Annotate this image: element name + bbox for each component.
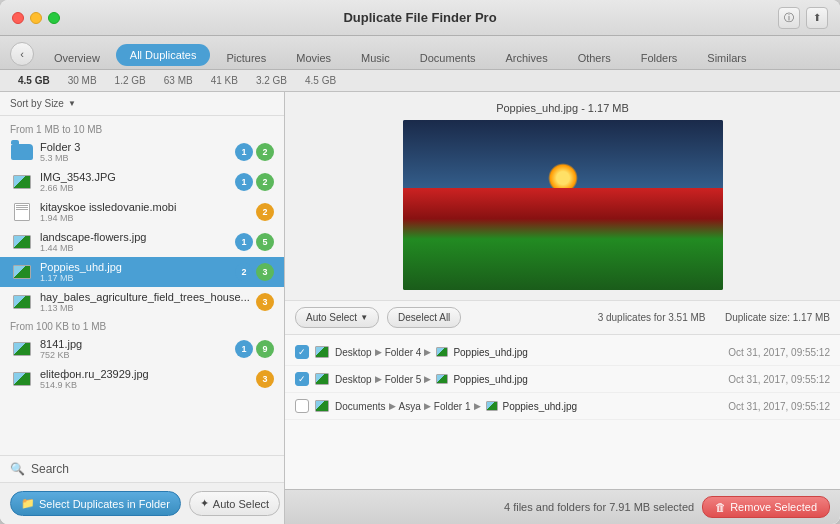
subtab-size-2[interactable]: 1.2 GB xyxy=(107,73,154,88)
file-date: Oct 31, 2017, 09:55:12 xyxy=(728,401,830,412)
list-item[interactable]: kitayskoe issledovanie.mobi 1.94 MB 2 xyxy=(0,197,284,227)
file-size: 1.94 MB xyxy=(40,213,250,223)
auto-select-dropdown-button[interactable]: Auto Select ▼ xyxy=(295,307,379,328)
file-info: 8141.jpg 752 KB xyxy=(40,338,229,360)
badge-1: 2 xyxy=(235,263,253,281)
left-panel: Sort by Size ▼ From 1 MB to 10 MB Folder… xyxy=(0,92,285,524)
section2-header: From 100 KB to 1 MB xyxy=(0,317,284,334)
search-icon: 🔍 xyxy=(10,462,25,476)
subtab-size-5[interactable]: 3.2 GB xyxy=(248,73,295,88)
preview-title: Poppies_uhd.jpg - 1.17 MB xyxy=(496,102,629,114)
main-window: Duplicate File Finder Pro ⓘ ⬆ ‹ Overview… xyxy=(0,0,840,524)
share-icon[interactable]: ⬆ xyxy=(806,7,828,29)
badge-2: 5 xyxy=(256,233,274,251)
file-size: 1.17 MB xyxy=(40,273,229,283)
list-item[interactable]: Folder 3 5.3 MB 1 2 xyxy=(0,137,284,167)
badge-2: 9 xyxy=(256,340,274,358)
tab-archives[interactable]: Archives xyxy=(491,47,561,69)
image-icon xyxy=(10,172,34,192)
tab-all-duplicates[interactable]: All Duplicates xyxy=(116,44,211,66)
window-title: Duplicate File Finder Pro xyxy=(343,10,496,25)
dup-badges: 1 2 xyxy=(235,173,274,191)
file-name: hay_bales_agriculture_field_trees_house.… xyxy=(40,291,250,303)
main-content: Sort by Size ▼ From 1 MB to 10 MB Folder… xyxy=(0,92,840,524)
tab-movies[interactable]: Movies xyxy=(282,47,345,69)
list-item[interactable]: Poppies_uhd.jpg 1.17 MB 2 3 xyxy=(0,257,284,287)
subtab-size-3[interactable]: 63 MB xyxy=(156,73,201,88)
dup-row[interactable]: Documents ▶ Asya ▶ Folder 1 ▶ Poppies_uh… xyxy=(285,393,840,420)
image-icon xyxy=(10,369,34,389)
file-info: IMG_3543.JPG 2.66 MB xyxy=(40,171,229,193)
file-name: Folder 3 xyxy=(40,141,229,153)
file-name: elitефон.ru_23929.jpg xyxy=(40,368,250,380)
inline-img-icon xyxy=(486,401,498,411)
subtab-size-4[interactable]: 41 KB xyxy=(203,73,246,88)
minimize-button[interactable] xyxy=(30,12,42,24)
dup-badges: 1 5 xyxy=(235,233,274,251)
status-text: 4 files and folders for 7.91 MB selected xyxy=(504,501,694,513)
folder-icon: 📁 xyxy=(21,497,35,510)
tab-music[interactable]: Music xyxy=(347,47,404,69)
inline-img-icon xyxy=(436,374,448,384)
subtab-row: 4.5 GB 30 MB 1.2 GB 63 MB 41 KB 3.2 GB 4… xyxy=(0,70,840,92)
dup-badges: 1 2 xyxy=(235,143,274,161)
info-icon[interactable]: ⓘ xyxy=(778,7,800,29)
doc-icon xyxy=(10,202,34,222)
auto-select-button[interactable]: ✦ Auto Select xyxy=(189,491,280,516)
list-item[interactable]: elitефон.ru_23929.jpg 514.9 KB 3 xyxy=(0,364,284,394)
dup-row[interactable]: ✓ Desktop ▶ Folder 5 ▶ Poppies_uhd.jpg O… xyxy=(285,366,840,393)
list-item[interactable]: 8141.jpg 752 KB 1 9 xyxy=(0,334,284,364)
tab-back-btn[interactable]: ‹ xyxy=(10,42,34,66)
preview-image xyxy=(403,120,723,290)
file-date: Oct 31, 2017, 09:55:12 xyxy=(728,347,830,358)
file-path: Desktop ▶ Folder 5 ▶ Poppies_uhd.jpg xyxy=(335,374,722,385)
tab-others[interactable]: Others xyxy=(564,47,625,69)
tab-documents[interactable]: Documents xyxy=(406,47,490,69)
left-bottom-bar: 📁 Select Duplicates in Folder ✦ Auto Sel… xyxy=(0,482,284,524)
subtab-size-1[interactable]: 30 MB xyxy=(60,73,105,88)
subtab-size-0[interactable]: 4.5 GB xyxy=(10,73,58,88)
tab-similars[interactable]: Similars xyxy=(693,47,760,69)
file-info: Folder 3 5.3 MB xyxy=(40,141,229,163)
file-name: kitayskoe issledovanie.mobi xyxy=(40,201,250,213)
list-item[interactable]: IMG_3543.JPG 2.66 MB 1 2 xyxy=(0,167,284,197)
badge-1: 1 xyxy=(235,143,253,161)
badge-1: 3 xyxy=(256,293,274,311)
remove-selected-button[interactable]: 🗑 Remove Selected xyxy=(702,496,830,518)
tab-folders[interactable]: Folders xyxy=(627,47,692,69)
image-icon xyxy=(10,262,34,282)
close-button[interactable] xyxy=(12,12,24,24)
file-name: 8141.jpg xyxy=(40,338,229,350)
badge-2: 2 xyxy=(256,173,274,191)
file-size: 1.13 MB xyxy=(40,303,250,313)
file-info: Poppies_uhd.jpg 1.17 MB xyxy=(40,261,229,283)
sort-row: Sort by Size ▼ xyxy=(0,92,284,116)
dup-badges: 2 xyxy=(256,203,274,221)
image-icon xyxy=(10,292,34,312)
list-item[interactable]: landscape-flowers.jpg 1.44 MB 1 5 xyxy=(0,227,284,257)
select-duplicates-button[interactable]: 📁 Select Duplicates in Folder xyxy=(10,491,181,516)
checkbox-3[interactable] xyxy=(295,399,309,413)
actions-bar: Auto Select ▼ Deselect All 3 duplicates … xyxy=(285,301,840,335)
dup-badges: 3 xyxy=(256,293,274,311)
list-item[interactable]: hay_bales_agriculture_field_trees_house.… xyxy=(0,287,284,317)
file-info: landscape-flowers.jpg 1.44 MB xyxy=(40,231,229,253)
preview-section: Poppies_uhd.jpg - 1.17 MB xyxy=(403,102,723,290)
badge-2: 3 xyxy=(256,263,274,281)
search-label[interactable]: Search xyxy=(31,462,69,476)
maximize-button[interactable] xyxy=(48,12,60,24)
file-size: 1.44 MB xyxy=(40,243,229,253)
sort-arrow-icon: ▼ xyxy=(68,99,76,108)
dup-row[interactable]: ✓ Desktop ▶ Folder 4 ▶ Poppies_uhd.jpg O… xyxy=(285,339,840,366)
deselect-all-button[interactable]: Deselect All xyxy=(387,307,461,328)
checkbox-1[interactable]: ✓ xyxy=(295,345,309,359)
file-path: Desktop ▶ Folder 4 ▶ Poppies_uhd.jpg xyxy=(335,347,722,358)
checkbox-2[interactable]: ✓ xyxy=(295,372,309,386)
dup-badges: 2 3 xyxy=(235,263,274,281)
file-size: 514.9 KB xyxy=(40,380,250,390)
tab-bar: ‹ Overview All Duplicates Pictures Movie… xyxy=(0,36,840,70)
tab-overview[interactable]: Overview xyxy=(40,47,114,69)
badge-2: 2 xyxy=(256,143,274,161)
tab-pictures[interactable]: Pictures xyxy=(212,47,280,69)
subtab-size-6[interactable]: 4.5 GB xyxy=(297,73,344,88)
